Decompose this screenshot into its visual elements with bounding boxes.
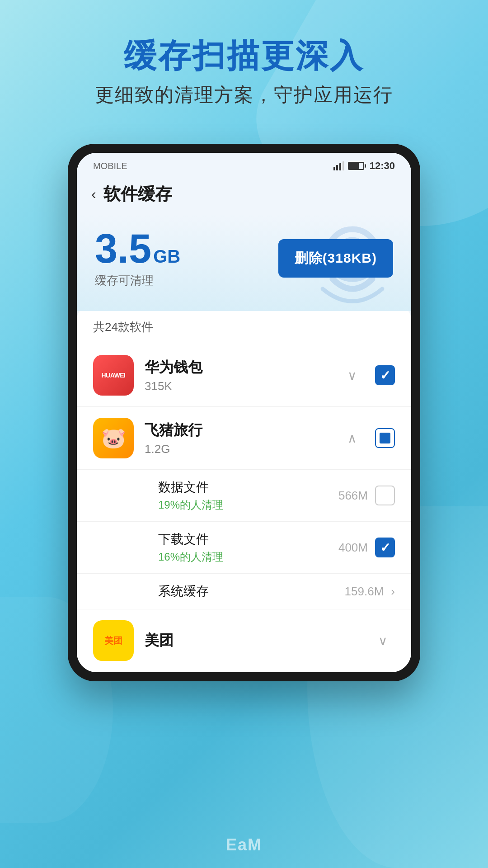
bottom-watermark: EaM	[226, 835, 262, 854]
checkbox-data-file[interactable]	[375, 486, 395, 505]
sub-item: 数据文件 19%的人清理 566M	[77, 470, 411, 522]
sub-item-name: 系统缓存	[158, 583, 345, 600]
expand-arrow-icon[interactable]: ∨	[347, 368, 357, 383]
sub-item-size: 400M	[338, 541, 368, 555]
collapse-arrow-icon[interactable]: ∧	[347, 431, 357, 446]
sub-item: 下载文件 16%的人清理 400M ✓	[77, 522, 411, 574]
phone-screen: MOBILE 12:30	[77, 153, 411, 672]
battery-icon	[348, 162, 364, 170]
cache-size-block: 3.5 GB 缓存可清理	[95, 228, 180, 288]
sub-item-name: 数据文件	[158, 479, 338, 496]
app-info: 美团	[145, 631, 367, 651]
app-info: 华为钱包 315K	[145, 358, 337, 393]
list-item: HUAWEI 华为钱包 315K ∨ ✓	[77, 344, 411, 407]
app-name: 华为钱包	[145, 358, 337, 377]
page-title: 软件缓存	[103, 183, 172, 206]
status-bar: MOBILE 12:30	[77, 153, 411, 175]
app-icon-meituan: 美团	[93, 620, 134, 661]
carrier-label: MOBILE	[93, 161, 127, 171]
sub-item-right: 400M ✓	[338, 538, 395, 557]
sub-item-desc: 19%的人清理	[158, 498, 338, 512]
app-header: ‹ 软件缓存	[77, 175, 411, 215]
cache-size-unit: GB	[153, 246, 180, 267]
sub-item-left: 下载文件 16%的人清理	[158, 531, 338, 564]
headline-main: 缓存扫描更深入	[95, 36, 393, 75]
checkbox-feichu[interactable]	[375, 428, 395, 448]
checkbox-download[interactable]: ✓	[375, 538, 395, 557]
app-icon-huawei: HUAWEI	[93, 355, 134, 396]
sub-item: 系统缓存 159.6M ›	[77, 574, 411, 609]
status-icons: 12:30	[333, 160, 395, 172]
sub-item-right: 566M	[338, 486, 395, 505]
signal-icon	[333, 161, 344, 170]
phone-mockup: MOBILE 12:30	[68, 144, 420, 681]
app-name: 美团	[145, 631, 367, 651]
back-button[interactable]: ‹	[91, 186, 96, 203]
app-info: 飞猪旅行 1.2G	[145, 420, 337, 456]
app-icon-feichu: 🐷	[93, 418, 134, 458]
cache-area: 3.5 GB 缓存可清理 删除(318KB)	[77, 215, 411, 311]
sub-item-desc: 16%的人清理	[158, 550, 338, 564]
app-size: 1.2G	[145, 442, 337, 456]
status-time: 12:30	[370, 160, 395, 172]
sub-item-size: 159.6M	[345, 585, 384, 599]
list-item: 美团 美团 ∨	[77, 609, 411, 672]
app-name: 飞猪旅行	[145, 420, 337, 440]
cache-label: 缓存可清理	[95, 273, 180, 288]
headline-sub: 更细致的清理方案，守护应用运行	[95, 82, 393, 108]
sub-item-left: 系统缓存	[158, 583, 345, 600]
headline-block: 缓存扫描更深入 更细致的清理方案，守护应用运行	[95, 36, 393, 108]
sub-item-left: 数据文件 19%的人清理	[158, 479, 338, 512]
app-list-container: 共24款软件 HUAWEI 华为钱包 315K ∨ ✓	[77, 307, 411, 672]
checkbox-huawei[interactable]: ✓	[375, 365, 395, 385]
sub-item-arrow-icon[interactable]: ›	[391, 585, 395, 599]
expand-arrow-icon[interactable]: ∨	[378, 633, 388, 648]
sub-item-right: 159.6M ›	[345, 585, 395, 599]
sub-item-size: 566M	[338, 489, 368, 503]
sub-item-name: 下载文件	[158, 531, 338, 548]
cache-size-number: 3.5	[95, 228, 151, 269]
list-item: 🐷 飞猪旅行 1.2G ∧	[77, 407, 411, 470]
delete-button[interactable]: 删除(318KB)	[278, 239, 393, 278]
app-size: 315K	[145, 379, 337, 393]
